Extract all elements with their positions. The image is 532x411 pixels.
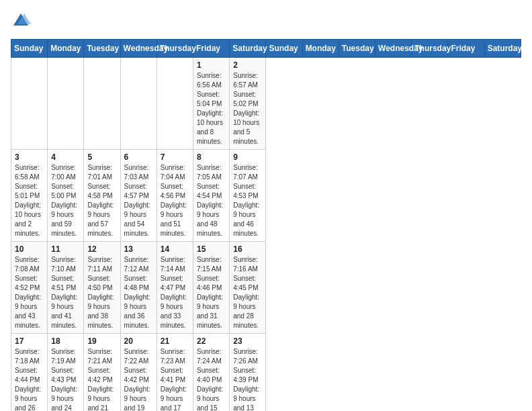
calendar-cell: 1Sunrise: 6:56 AM Sunset: 5:04 PM Daylig… xyxy=(193,58,230,150)
col-header-friday: Friday xyxy=(448,40,484,58)
calendar-cell: 3Sunrise: 6:58 AM Sunset: 5:01 PM Daylig… xyxy=(11,150,48,242)
day-number: 9 xyxy=(233,152,262,162)
calendar-table: SundayMondayTuesdayWednesdayThursdayFrid… xyxy=(11,39,521,411)
day-number: 23 xyxy=(233,336,262,346)
col-header-monday: Monday xyxy=(302,40,339,58)
day-number: 4 xyxy=(51,152,80,162)
calendar-cell: 2Sunrise: 6:57 AM Sunset: 5:02 PM Daylig… xyxy=(230,58,266,150)
day-info: Sunrise: 7:19 AM Sunset: 4:43 PM Dayligh… xyxy=(51,347,80,411)
day-info: Sunrise: 7:01 AM Sunset: 4:58 PM Dayligh… xyxy=(87,163,116,238)
day-info: Sunrise: 7:24 AM Sunset: 4:40 PM Dayligh… xyxy=(197,347,226,411)
calendar-cell: 6Sunrise: 7:03 AM Sunset: 4:57 PM Daylig… xyxy=(120,150,157,242)
calendar-cell xyxy=(84,58,120,150)
day-number: 16 xyxy=(233,244,262,254)
day-info: Sunrise: 7:16 AM Sunset: 4:45 PM Dayligh… xyxy=(233,255,262,330)
col-header-sunday: Sunday xyxy=(266,40,302,58)
day-info: Sunrise: 6:58 AM Sunset: 5:01 PM Dayligh… xyxy=(15,163,44,238)
day-number: 22 xyxy=(197,336,226,346)
day-info: Sunrise: 7:04 AM Sunset: 4:56 PM Dayligh… xyxy=(161,163,189,238)
day-number: 1 xyxy=(197,60,226,70)
day-number: 19 xyxy=(87,336,116,346)
header-friday: Friday xyxy=(193,40,230,58)
day-info: Sunrise: 6:57 AM Sunset: 5:02 PM Dayligh… xyxy=(233,71,262,146)
day-info: Sunrise: 7:18 AM Sunset: 4:44 PM Dayligh… xyxy=(15,347,44,411)
header-wednesday: Wednesday xyxy=(120,40,157,58)
calendar-cell: 14Sunrise: 7:14 AM Sunset: 4:47 PM Dayli… xyxy=(157,242,193,334)
day-number: 12 xyxy=(87,244,116,254)
calendar-week-2: 10Sunrise: 7:08 AM Sunset: 4:52 PM Dayli… xyxy=(11,242,521,334)
logo xyxy=(11,11,34,31)
calendar-cell: 5Sunrise: 7:01 AM Sunset: 4:58 PM Daylig… xyxy=(84,150,120,242)
calendar-cell: 19Sunrise: 7:21 AM Sunset: 4:42 PM Dayli… xyxy=(84,334,120,412)
calendar-cell: 12Sunrise: 7:11 AM Sunset: 4:50 PM Dayli… xyxy=(84,242,120,334)
calendar-cell: 23Sunrise: 7:26 AM Sunset: 4:39 PM Dayli… xyxy=(230,334,266,412)
calendar-week-0: 1Sunrise: 6:56 AM Sunset: 5:04 PM Daylig… xyxy=(11,58,521,150)
day-info: Sunrise: 7:21 AM Sunset: 4:42 PM Dayligh… xyxy=(87,347,116,411)
calendar-cell: 9Sunrise: 7:07 AM Sunset: 4:53 PM Daylig… xyxy=(230,150,266,242)
calendar-header-row: SundayMondayTuesdayWednesdayThursdayFrid… xyxy=(11,40,521,58)
day-info: Sunrise: 7:14 AM Sunset: 4:47 PM Dayligh… xyxy=(161,255,189,330)
calendar-cell xyxy=(11,58,48,150)
day-info: Sunrise: 7:15 AM Sunset: 4:46 PM Dayligh… xyxy=(197,255,226,330)
day-number: 10 xyxy=(15,244,44,254)
day-number: 3 xyxy=(15,152,44,162)
day-number: 20 xyxy=(124,336,153,346)
calendar-cell: 13Sunrise: 7:12 AM Sunset: 4:48 PM Dayli… xyxy=(120,242,157,334)
day-info: Sunrise: 7:00 AM Sunset: 5:00 PM Dayligh… xyxy=(51,163,80,238)
day-info: Sunrise: 7:23 AM Sunset: 4:41 PM Dayligh… xyxy=(161,347,189,411)
calendar-cell: 22Sunrise: 7:24 AM Sunset: 4:40 PM Dayli… xyxy=(193,334,230,412)
header-saturday: Saturday xyxy=(230,40,266,58)
col-header-tuesday: Tuesday xyxy=(339,40,375,58)
calendar-cell: 7Sunrise: 7:04 AM Sunset: 4:56 PM Daylig… xyxy=(157,150,193,242)
day-info: Sunrise: 7:11 AM Sunset: 4:50 PM Dayligh… xyxy=(87,255,116,330)
calendar-cell: 8Sunrise: 7:05 AM Sunset: 4:54 PM Daylig… xyxy=(193,150,230,242)
calendar-week-3: 17Sunrise: 7:18 AM Sunset: 4:44 PM Dayli… xyxy=(11,334,521,412)
calendar-cell: 18Sunrise: 7:19 AM Sunset: 4:43 PM Dayli… xyxy=(48,334,84,412)
calendar-cell: 16Sunrise: 7:16 AM Sunset: 4:45 PM Dayli… xyxy=(230,242,266,334)
day-info: Sunrise: 7:07 AM Sunset: 4:53 PM Dayligh… xyxy=(233,163,262,238)
day-number: 21 xyxy=(161,336,189,346)
header-monday: Monday xyxy=(48,40,84,58)
day-number: 14 xyxy=(161,244,189,254)
calendar-cell xyxy=(157,58,193,150)
day-number: 7 xyxy=(161,152,189,162)
day-info: Sunrise: 7:03 AM Sunset: 4:57 PM Dayligh… xyxy=(124,163,153,238)
day-number: 6 xyxy=(124,152,153,162)
calendar-cell: 15Sunrise: 7:15 AM Sunset: 4:46 PM Dayli… xyxy=(193,242,230,334)
header-thursday: Thursday xyxy=(157,40,193,58)
col-header-thursday: Thursday xyxy=(412,40,448,58)
calendar-cell: 4Sunrise: 7:00 AM Sunset: 5:00 PM Daylig… xyxy=(48,150,84,242)
calendar-cell: 17Sunrise: 7:18 AM Sunset: 4:44 PM Dayli… xyxy=(11,334,48,412)
day-info: Sunrise: 7:08 AM Sunset: 4:52 PM Dayligh… xyxy=(15,255,44,330)
calendar-cell xyxy=(48,58,84,150)
calendar-cell: 21Sunrise: 7:23 AM Sunset: 4:41 PM Dayli… xyxy=(157,334,193,412)
day-number: 5 xyxy=(87,152,116,162)
day-number: 2 xyxy=(233,60,262,70)
day-info: Sunrise: 7:05 AM Sunset: 4:54 PM Dayligh… xyxy=(197,163,226,238)
col-header-saturday: Saturday xyxy=(484,40,521,58)
day-info: Sunrise: 7:10 AM Sunset: 4:51 PM Dayligh… xyxy=(51,255,80,330)
day-number: 15 xyxy=(197,244,226,254)
day-number: 18 xyxy=(51,336,80,346)
calendar-week-1: 3Sunrise: 6:58 AM Sunset: 5:01 PM Daylig… xyxy=(11,150,521,242)
day-number: 17 xyxy=(15,336,44,346)
col-header-wednesday: Wednesday xyxy=(375,40,412,58)
calendar-cell: 10Sunrise: 7:08 AM Sunset: 4:52 PM Dayli… xyxy=(11,242,48,334)
day-number: 8 xyxy=(197,152,226,162)
header-tuesday: Tuesday xyxy=(84,40,120,58)
calendar-cell xyxy=(120,58,157,150)
day-info: Sunrise: 7:12 AM Sunset: 4:48 PM Dayligh… xyxy=(124,255,153,330)
day-info: Sunrise: 7:26 AM Sunset: 4:39 PM Dayligh… xyxy=(233,347,262,411)
header-sunday: Sunday xyxy=(11,40,48,58)
day-info: Sunrise: 6:56 AM Sunset: 5:04 PM Dayligh… xyxy=(197,71,226,146)
logo-icon xyxy=(11,11,31,31)
calendar-cell: 20Sunrise: 7:22 AM Sunset: 4:42 PM Dayli… xyxy=(120,334,157,412)
page-header xyxy=(11,11,521,31)
day-number: 11 xyxy=(51,244,80,254)
calendar-cell: 11Sunrise: 7:10 AM Sunset: 4:51 PM Dayli… xyxy=(48,242,84,334)
day-info: Sunrise: 7:22 AM Sunset: 4:42 PM Dayligh… xyxy=(124,347,153,411)
day-number: 13 xyxy=(124,244,153,254)
